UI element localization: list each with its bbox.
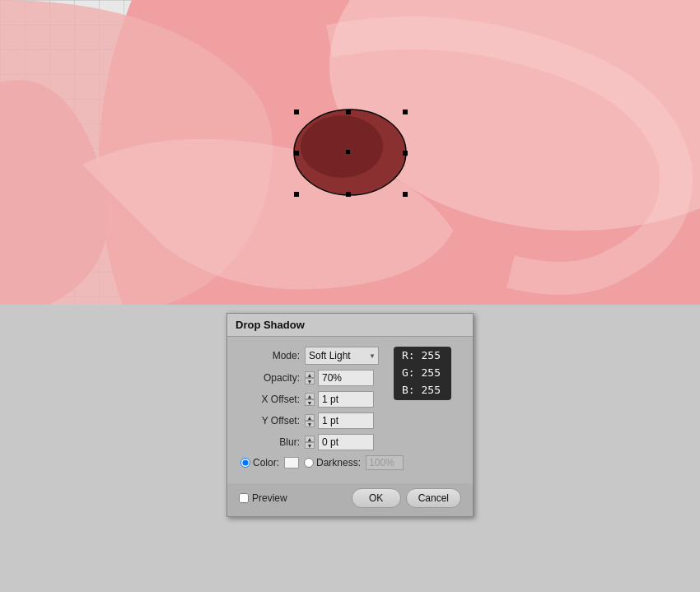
- dialog-title: Drop Shadow: [227, 314, 473, 337]
- x-offset-input[interactable]: [318, 391, 374, 408]
- svg-rect-5: [403, 110, 408, 114]
- y-offset-input-wrap: ▲ ▼: [305, 413, 374, 429]
- darkness-label-text: Darkness:: [316, 457, 361, 468]
- drop-shadow-dialog: Drop Shadow R: 255 G: 255 B: 255 Mode: S…: [226, 313, 474, 517]
- blur-input[interactable]: [318, 434, 374, 450]
- opacity-down[interactable]: ▼: [305, 378, 315, 385]
- color-label-text: Color:: [253, 457, 279, 468]
- mode-label: Mode:: [240, 350, 300, 361]
- opacity-label: Opacity:: [240, 372, 300, 384]
- x-offset-spinner[interactable]: ▲ ▼: [305, 393, 315, 406]
- blur-spinner[interactable]: ▲ ▼: [305, 436, 315, 449]
- opacity-input[interactable]: [318, 370, 374, 386]
- opacity-spinner[interactable]: ▲ ▼: [305, 371, 315, 385]
- cancel-button[interactable]: Cancel: [406, 488, 461, 508]
- opacity-input-wrap: ▲ ▼: [305, 370, 374, 386]
- ok-button[interactable]: OK: [352, 488, 401, 508]
- color-r-value: R: 255: [402, 347, 441, 365]
- y-offset-row: Y Offset: ▲ ▼: [240, 413, 460, 429]
- color-swatch[interactable]: [284, 457, 299, 468]
- color-radio-label[interactable]: Color:: [240, 457, 279, 468]
- dialog-backdrop: Drop Shadow R: 255 G: 255 B: 255 Mode: S…: [0, 305, 700, 592]
- darkness-input[interactable]: [366, 455, 404, 470]
- color-radio[interactable]: [240, 458, 250, 468]
- color-g-value: G: 255: [402, 365, 441, 382]
- y-offset-input[interactable]: [318, 413, 374, 429]
- canvas-svg: [0, 0, 700, 305]
- svg-rect-6: [294, 192, 299, 197]
- darkness-radio-label[interactable]: Darkness:: [304, 457, 361, 468]
- x-offset-up[interactable]: ▲: [305, 393, 315, 399]
- y-offset-up[interactable]: ▲: [305, 414, 315, 421]
- blur-input-wrap: ▲ ▼: [305, 434, 374, 450]
- svg-rect-9: [346, 192, 351, 197]
- color-panel: R: 255 G: 255 B: 255: [394, 347, 451, 400]
- svg-rect-11: [403, 151, 408, 156]
- canvas-area: [0, 0, 700, 305]
- y-offset-down[interactable]: ▼: [305, 421, 315, 427]
- opacity-up[interactable]: ▲: [305, 371, 315, 378]
- dialog-footer: Preview OK Cancel: [227, 483, 473, 516]
- dialog-body: R: 255 G: 255 B: 255 Mode: Soft Light No…: [227, 337, 473, 483]
- color-darkness-row: Color: Darkness:: [240, 455, 460, 470]
- preview-label[interactable]: Preview: [239, 492, 287, 504]
- color-b-value: B: 255: [402, 382, 441, 399]
- y-offset-spinner[interactable]: ▲ ▼: [305, 414, 315, 427]
- svg-point-3: [301, 115, 383, 178]
- svg-rect-10: [294, 151, 299, 156]
- y-offset-label: Y Offset:: [240, 415, 300, 427]
- blur-up[interactable]: ▲: [305, 436, 315, 442]
- mode-select-wrap[interactable]: Soft Light Normal Multiply Screen Overla…: [305, 347, 379, 365]
- x-offset-down[interactable]: ▼: [305, 399, 315, 406]
- dialog-buttons: OK Cancel: [352, 488, 461, 508]
- x-offset-input-wrap: ▲ ▼: [305, 391, 374, 408]
- mode-select[interactable]: Soft Light Normal Multiply Screen Overla…: [305, 347, 379, 365]
- svg-rect-12: [346, 150, 350, 154]
- svg-rect-4: [294, 110, 299, 114]
- preview-checkbox[interactable]: [239, 493, 249, 503]
- blur-down[interactable]: ▼: [305, 442, 315, 449]
- blur-label: Blur:: [240, 436, 300, 448]
- blur-row: Blur: ▲ ▼: [240, 434, 460, 450]
- x-offset-label: X Offset:: [240, 394, 300, 405]
- darkness-radio[interactable]: [304, 458, 314, 468]
- svg-rect-7: [403, 192, 408, 197]
- preview-label-text: Preview: [252, 492, 287, 504]
- svg-rect-8: [346, 110, 351, 114]
